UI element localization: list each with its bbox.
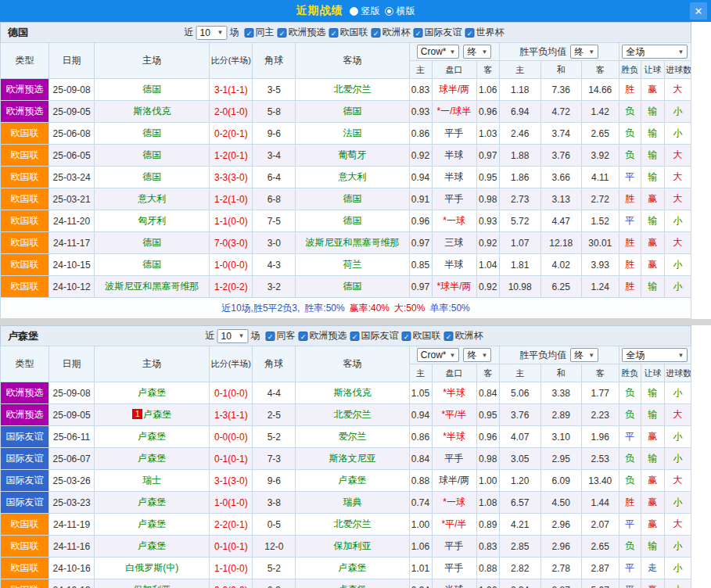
match-row: 欧国联24-11-19卢森堡2-2(0-1)0-5北爱尔兰1.00*平/半0.8…: [1, 514, 691, 536]
competition-type: 欧国联: [1, 167, 49, 188]
handicap-home-odds: 0.88: [409, 470, 432, 492]
handicap-line: 半球: [432, 145, 476, 167]
checkbox-checked-icon[interactable]: ✓: [329, 28, 339, 38]
euro-draw-odds: 3.10: [540, 426, 581, 448]
filter-checkbox[interactable]: ✓国际友谊: [414, 26, 462, 39]
match-row: 欧洲预选25-09-08德国3-1(1-1)3-5北爱尔兰0.83球半/两1.0…: [1, 79, 691, 101]
checkbox-checked-icon[interactable]: ✓: [465, 28, 475, 38]
wdl-time-select[interactable]: 终 ▼: [570, 45, 598, 59]
summary-segment: 单率:50%: [429, 302, 469, 315]
odds-company-value: Crow*: [421, 350, 447, 360]
euro-draw-odds: 3.13: [540, 188, 581, 210]
match-date: 25-06-08: [49, 123, 95, 145]
sub-column-header: 主: [499, 364, 540, 382]
home-team-name: 卢森堡: [138, 431, 166, 442]
euro-home-odds: 2.34: [499, 579, 540, 588]
home-team: 德国: [95, 167, 210, 188]
checkbox-checked-icon[interactable]: ✓: [278, 28, 287, 38]
layout-radio-label[interactable]: 横版: [397, 5, 415, 18]
checkbox-label: 欧洲杯: [382, 26, 411, 39]
away-team: 德国: [296, 276, 409, 298]
home-team: 匈牙利: [95, 210, 210, 232]
sub-column-header: 客: [476, 364, 499, 382]
handicap-home-odds: 1.06: [409, 536, 432, 558]
checkbox-checked-icon[interactable]: ✓: [414, 28, 423, 38]
handicap-line: 半球: [432, 254, 476, 276]
handicap-home-odds: 0.83: [409, 79, 432, 101]
match-row: 欧国联24-11-16卢森堡0-1(0-1)12-0保加利亚1.06平手0.83…: [1, 536, 691, 558]
corner-score: 9-6: [253, 123, 296, 145]
layout-radio-label[interactable]: 竖版: [361, 5, 380, 18]
odds-company-select[interactable]: Crow* ▼: [417, 348, 460, 362]
filter-checkbox[interactable]: ✓同客: [266, 329, 296, 342]
checkbox-checked-icon[interactable]: ✓: [266, 332, 275, 341]
euro-draw-odds: 2.87: [540, 579, 581, 588]
handicap-time-select[interactable]: 终 ▼: [463, 45, 491, 59]
result-goals: 小: [664, 210, 691, 232]
scope-group-header: 全场 ▼: [619, 346, 691, 364]
match-date: 24-10-12: [49, 276, 95, 298]
match-date: 24-11-17: [49, 232, 95, 254]
filter-checkbox[interactable]: ✓欧洲预选: [278, 26, 326, 39]
score: 0-2(0-1): [210, 123, 253, 145]
home-team: 意大利: [95, 188, 210, 210]
match-row: 欧国联24-10-13保加利亚0-0(0-0)6-3卢森堡0.94半球1.062…: [1, 579, 691, 588]
euro-home-odds: 5.72: [499, 210, 540, 232]
handicap-line: 球半/两: [432, 470, 476, 492]
competition-type: 欧国联: [1, 276, 49, 298]
handicap-line: 球半/两: [432, 79, 476, 101]
result-handicap: 赢: [641, 514, 664, 536]
filter-checkbox[interactable]: ✓世界杯: [465, 26, 505, 39]
table-header-row: 类型 日期 主场 比分(半场) 角球 客场 Crow* ▼ 终: [1, 346, 691, 364]
col-header-type: 类型: [1, 346, 49, 382]
wdl-time-select[interactable]: 终 ▼: [570, 348, 598, 362]
chevron-down-icon: ▼: [449, 48, 455, 56]
sub-column-header: 让球: [641, 364, 664, 382]
home-team: 斯洛伐克: [95, 101, 210, 123]
col-header-corner: 角球: [253, 43, 296, 79]
handicap-away-odds: 0.98: [476, 448, 499, 470]
result-win-draw-loss: 负: [619, 536, 641, 558]
filter-checkbox[interactable]: ✓同主: [245, 26, 275, 39]
checkbox-checked-icon[interactable]: ✓: [372, 28, 381, 38]
corner-score: 7-5: [253, 210, 296, 232]
filter-checkbox[interactable]: ✓欧国联: [329, 26, 368, 39]
filter-checkbox[interactable]: ✓欧洲预选: [299, 329, 347, 342]
scope-select[interactable]: 全场 ▼: [622, 45, 688, 59]
close-button[interactable]: ✕: [690, 2, 707, 20]
wdl-avg-label: 胜平负均值: [519, 349, 566, 362]
scope-select[interactable]: 全场 ▼: [622, 348, 688, 362]
handicap-line: *平/半: [432, 404, 476, 426]
wdl-time-value: 终: [574, 349, 584, 362]
filter-checkbox[interactable]: ✓欧国联: [402, 329, 441, 342]
euro-home-odds: 4.21: [499, 514, 540, 536]
handicap-line: *球半/两: [432, 276, 476, 298]
layout-radio-icon[interactable]: [350, 7, 358, 16]
topbar: 近期战绩 竖版横版 ✕: [0, 0, 711, 22]
euro-away-odds: 3.92: [581, 145, 619, 167]
filter-checkbox[interactable]: ✓欧洲杯: [372, 26, 411, 39]
checkbox-checked-icon[interactable]: ✓: [444, 332, 454, 341]
handicap-line: *半球: [432, 382, 476, 404]
filter-checkbox[interactable]: ✓国际友谊: [350, 329, 399, 342]
result-handicap: 输: [641, 536, 664, 558]
odds-company-select[interactable]: Crow* ▼: [417, 45, 460, 59]
home-team-name: 卢森堡: [138, 518, 166, 529]
checkbox-checked-icon[interactable]: ✓: [245, 28, 254, 38]
euro-home-odds: 1.18: [499, 79, 540, 101]
corner-score: 6-4: [253, 167, 296, 188]
layout-radio-icon[interactable]: [385, 7, 393, 16]
euro-home-odds: 1.81: [499, 254, 540, 276]
checkbox-checked-icon[interactable]: ✓: [402, 332, 411, 341]
competition-type: 欧洲预选: [1, 382, 49, 404]
match-row: 国际友谊25-03-23卢森堡1-0(1-0)3-8瑞典0.74*一球1.086…: [1, 492, 691, 514]
match-count-select[interactable]: 10 ▼: [196, 26, 228, 40]
match-count-select[interactable]: 10 ▼: [217, 329, 249, 343]
result-handicap: 输: [641, 448, 664, 470]
filter-checkbox[interactable]: ✓欧洲杯: [444, 329, 483, 342]
euro-away-odds: 13.40: [581, 470, 619, 492]
checkbox-checked-icon[interactable]: ✓: [299, 332, 308, 341]
handicap-time-select[interactable]: 终 ▼: [463, 348, 491, 362]
euro-away-odds: 2.53: [581, 448, 619, 470]
checkbox-checked-icon[interactable]: ✓: [350, 332, 360, 341]
